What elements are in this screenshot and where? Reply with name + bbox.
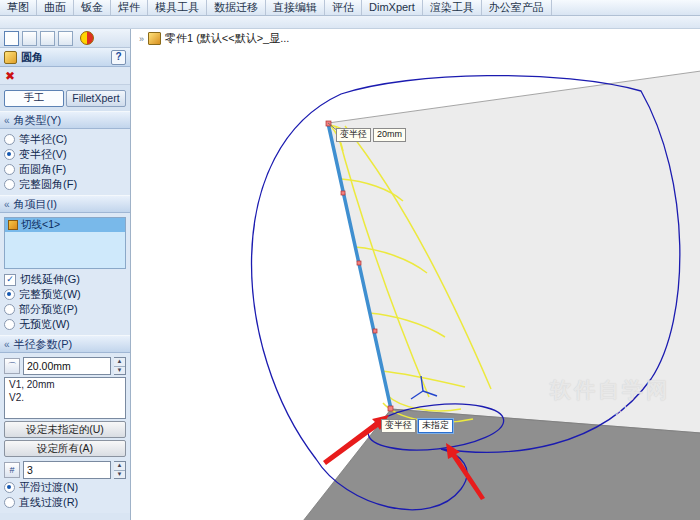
instance-count-input[interactable]: 3 (23, 461, 111, 479)
tab-sheet-metal[interactable]: 钣金 (74, 0, 111, 15)
tab-mold-tools[interactable]: 模具工具 (148, 0, 207, 15)
model-scene (131, 29, 700, 520)
panel-title: 圆角 (21, 50, 43, 65)
fillet-type-group-header[interactable]: « 角类型(Y) (0, 111, 130, 129)
set-all-button[interactable]: 设定所有(A) (4, 440, 126, 457)
radio-no-preview[interactable]: 无预览(W) (4, 317, 126, 332)
property-manager-panel: 圆角 ? ✖ 手工 FilletXpert « 角类型(Y) 等半径(C) (0, 29, 131, 520)
radio-full-round-fillet[interactable]: 完整圆角(F) (4, 177, 126, 192)
callout-label[interactable]: 变半径 (336, 128, 371, 142)
tab-sketch[interactable]: 草图 (0, 0, 37, 15)
radio-constant-radius[interactable]: 等半径(C) (4, 132, 126, 147)
variable-radius-callout-bottom: 变半径 未指定 (381, 419, 453, 433)
ok-cancel-row: ✖ (0, 67, 130, 85)
selected-edge-row[interactable]: 切线<1> (5, 218, 125, 232)
edge-icon (8, 220, 18, 230)
flyout-tree-arrow-icon[interactable]: » (139, 34, 144, 44)
spin-down-icon[interactable]: ▼ (114, 366, 125, 375)
tab-surfaces[interactable]: 曲面 (37, 0, 74, 15)
set-unassigned-button[interactable]: 设定未指定的(U) (4, 421, 126, 438)
tangent-propagation-checkbox[interactable]: ✓ 切线延伸(G) (4, 272, 126, 287)
radius-spinner[interactable]: ▲▼ (114, 357, 126, 375)
panel-header: 圆角 ? (0, 48, 130, 67)
manual-mode-button[interactable]: 手工 (4, 90, 64, 107)
radius-parameters-group-header[interactable]: « 半径参数(P) (0, 335, 130, 353)
radio-selected-icon (4, 289, 15, 300)
spin-up-icon[interactable]: ▲ (114, 358, 125, 366)
help-button[interactable]: ? (111, 50, 126, 65)
configuration-manager-tab-icon[interactable] (40, 31, 55, 46)
radio-straight-transition[interactable]: 直线过渡(R) (4, 495, 126, 510)
control-point-row-v2[interactable]: V2. (5, 391, 125, 404)
tab-evaluate[interactable]: 评估 (325, 0, 362, 15)
radio-full-preview[interactable]: 完整预览(W) (4, 287, 126, 302)
part-document-icon (148, 32, 161, 45)
tab-direct-editing[interactable]: 直接编辑 (266, 0, 325, 15)
radius-parameters-group-label: 半径参数(P) (14, 337, 73, 352)
radio-selected-icon (4, 149, 15, 160)
radio-face-fillet[interactable]: 面圆角(F) (4, 162, 126, 177)
tab-data-migration[interactable]: 数据迁移 (207, 0, 266, 15)
toolbar-strip (0, 16, 700, 29)
mode-switch: 手工 FilletXpert (0, 85, 130, 111)
property-manager-tab-icon[interactable] (22, 31, 37, 46)
fillet-type-group-label: 角类型(Y) (14, 113, 62, 128)
cancel-button[interactable]: ✖ (5, 70, 15, 82)
radius-value-input[interactable]: 20.00mm (23, 357, 111, 375)
callout-label[interactable]: 变半径 (381, 419, 416, 433)
graphics-area[interactable]: » 零件1 (默认<<默认>_显... 变半径 20mm 变半径 未指定 软件自… (131, 29, 700, 520)
document-title: 零件1 (默认<<默认>_显... (165, 31, 289, 46)
radio-partial-preview[interactable]: 部分预览(P) (4, 302, 126, 317)
tab-render-tools[interactable]: 渲染工具 (423, 0, 482, 15)
tab-weldments[interactable]: 焊件 (111, 0, 148, 15)
collapse-chevron-icon: « (4, 199, 10, 210)
filletxpert-mode-button[interactable]: FilletXpert (66, 90, 126, 107)
collapse-chevron-icon: « (4, 339, 10, 350)
spin-up-icon[interactable]: ▲ (114, 462, 125, 470)
fillet-type-group-body: 等半径(C) 变半径(V) 面圆角(F) 完整圆角(F) (0, 129, 130, 195)
solidworks-window: 草图 曲面 钣金 焊件 模具工具 数据迁移 直接编辑 评估 DimXpert 渲… (0, 0, 700, 520)
callout-value[interactable]: 20mm (373, 128, 406, 142)
radio-variable-radius[interactable]: 变半径(V) (4, 147, 126, 162)
radio-icon (4, 497, 15, 508)
edges-selection-list[interactable]: 切线<1> (4, 217, 126, 269)
variable-radius-callout-top: 变半径 20mm (336, 128, 406, 142)
radio-icon (4, 164, 15, 175)
radio-icon (4, 179, 15, 190)
tab-office-products[interactable]: 办公室产品 (482, 0, 552, 15)
radio-icon (4, 304, 15, 315)
collapse-chevron-icon: « (4, 115, 10, 126)
control-points-list[interactable]: V1, 20mm V2. (4, 377, 126, 419)
document-title-row: » 零件1 (默认<<默认>_显... (139, 31, 289, 46)
checkbox-checked-icon: ✓ (4, 274, 16, 286)
instance-count-icon: # (4, 462, 20, 478)
radio-selected-icon (4, 482, 15, 493)
display-manager-ball-icon[interactable] (80, 31, 94, 45)
feature-manager-tab-icon[interactable] (4, 31, 19, 46)
fillet-feature-icon (4, 51, 17, 64)
fillet-items-group-label: 角项目(I) (14, 197, 57, 212)
control-point-row-v1[interactable]: V1, 20mm (5, 378, 125, 391)
spin-down-icon[interactable]: ▼ (114, 470, 125, 479)
radius-parameters-group-body: ⌒ 20.00mm ▲▼ V1, 20mm V2. 设定未指定的(U) 设定所有… (0, 353, 130, 513)
command-manager-tabs: 草图 曲面 钣金 焊件 模具工具 数据迁移 直接编辑 评估 DimXpert 渲… (0, 0, 700, 16)
radius-icon: ⌒ (4, 358, 20, 374)
tab-dimxpert[interactable]: DimXpert (362, 0, 423, 15)
radio-icon (4, 319, 15, 330)
fillet-items-group-header[interactable]: « 角项目(I) (0, 195, 130, 213)
callout-value-unassigned[interactable]: 未指定 (418, 419, 453, 433)
radio-smooth-transition[interactable]: 平滑过渡(N) (4, 480, 126, 495)
fillet-items-group-body: 切线<1> ✓ 切线延伸(G) 完整预览(W) 部分预览(P) 无预 (0, 213, 130, 335)
instance-count-spinner[interactable]: ▲▼ (114, 461, 126, 479)
radio-icon (4, 134, 15, 145)
dimxpert-manager-tab-icon[interactable] (58, 31, 73, 46)
manager-tab-row (0, 29, 130, 48)
